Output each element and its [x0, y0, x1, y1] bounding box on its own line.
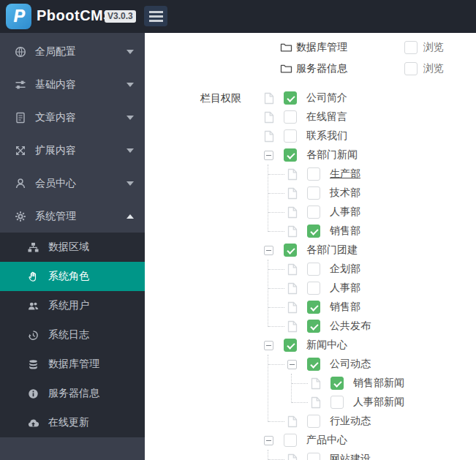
collapse-minus-icon[interactable]	[264, 436, 273, 445]
tree-checkbox[interactable]	[284, 91, 297, 105]
tree-checkbox[interactable]	[307, 453, 320, 460]
browse-checkbox[interactable]	[404, 62, 418, 75]
tree-node-label[interactable]: 产品中心	[306, 434, 347, 447]
file-icon	[264, 111, 274, 124]
submenu-item-label: 数据库管理	[48, 358, 99, 371]
tree-node-label[interactable]: 人事部	[330, 206, 360, 219]
tree-node: 联系我们	[263, 127, 404, 146]
sidebar-item-2[interactable]: 文章内容	[0, 101, 145, 134]
tree-checkbox[interactable]	[284, 244, 297, 257]
tree-node-label[interactable]: 销售部	[330, 301, 360, 314]
tree-node-label[interactable]: 各部门团建	[306, 244, 358, 257]
submenu-item-label: 在线更新	[48, 416, 89, 429]
sidebar-item-4[interactable]: 会员中心	[0, 167, 145, 200]
tree-node-row: 各部门新闻	[263, 146, 404, 165]
file-icon	[287, 225, 298, 238]
tree-node-row: 技术部	[287, 184, 404, 203]
tree-node-label[interactable]: 公共发布	[330, 320, 371, 333]
sidebar-item-0[interactable]: 全局配置	[0, 35, 145, 68]
tree-checkbox[interactable]	[307, 301, 320, 314]
tree-checkbox[interactable]	[307, 320, 320, 333]
tree-children: 销售部新闻人事部新闻	[291, 374, 404, 412]
tree-checkbox[interactable]	[307, 415, 320, 428]
sidebar-item-label: 基础内容	[35, 78, 126, 91]
tree-checkbox[interactable]	[307, 225, 320, 238]
tree-node-label[interactable]: 公司动态	[330, 358, 371, 371]
tree-node-label[interactable]: 企划部	[330, 263, 360, 276]
tree-node-label[interactable]: 公司简介	[306, 91, 347, 105]
sidebar-item-label: 系统管理	[35, 210, 126, 223]
file-icon	[287, 453, 298, 460]
permission-row-label: 数据库管理	[296, 41, 347, 54]
tree-checkbox[interactable]	[307, 263, 320, 276]
sidebar-subitem-6[interactable]: 在线更新	[0, 408, 145, 437]
sidebar-subitem-4[interactable]: 数据库管理	[0, 350, 145, 379]
sidebar-item-3[interactable]: 扩展内容	[0, 134, 145, 167]
tree-node-label[interactable]: 网站建设	[330, 453, 371, 460]
tree-node-label[interactable]: 销售部新闻	[353, 377, 404, 390]
tree-checkbox[interactable]	[284, 148, 297, 162]
tree-node-row: 新闻中心	[263, 336, 404, 355]
tree-checkbox[interactable]	[307, 358, 320, 371]
tree-node-label[interactable]: 人事部	[330, 282, 360, 295]
tree-node: 销售部	[287, 298, 404, 317]
version-badge: V3.0.3	[105, 10, 136, 23]
tree-node-label[interactable]: 销售部	[330, 225, 360, 238]
brand-title: PbootCMS	[37, 7, 113, 24]
sidebar-subitem-3[interactable]: 系统日志	[0, 320, 145, 350]
tree-node-label[interactable]: 生产部	[330, 167, 360, 181]
tree-node-label[interactable]: 技术部	[330, 186, 360, 200]
folder-icon	[280, 42, 292, 53]
tree-node-row: 产品中心	[263, 431, 404, 450]
cloud-upload-icon	[28, 417, 39, 429]
sidebar-subitem-2[interactable]: 系统用户	[0, 291, 145, 320]
sidebar-item-1[interactable]: 基础内容	[0, 68, 145, 101]
column-permission-tree: 公司简介在线留言联系我们各部门新闻生产部技术部人事部销售部各部门团建企划部人事部…	[263, 88, 404, 460]
tree-checkbox[interactable]	[307, 167, 320, 181]
globe-icon	[15, 46, 26, 58]
tree-node-label[interactable]: 新闻中心	[306, 339, 347, 352]
tree-node-row: 人事部	[287, 279, 404, 298]
tree-node-row: 企划部	[287, 260, 404, 279]
sidebar-subitem-0[interactable]: 数据区域	[0, 233, 145, 262]
tree-node-label[interactable]: 行业动态	[330, 415, 371, 428]
browse-checkbox[interactable]	[404, 41, 418, 54]
tree-checkbox[interactable]	[284, 129, 297, 143]
tree-children: 网站建设	[268, 450, 404, 460]
sidebar-subitem-5[interactable]: 服务器信息	[0, 379, 145, 408]
tree-node: 各部门新闻生产部技术部人事部销售部	[263, 146, 404, 241]
submenu-item-label: 系统角色	[48, 270, 89, 283]
tree-node-label[interactable]: 联系我们	[306, 129, 347, 143]
collapse-minus-icon[interactable]	[264, 246, 273, 255]
tree-node-label[interactable]: 在线留言	[306, 110, 347, 124]
submenu-item-label: 服务器信息	[48, 387, 99, 400]
tree-node: 人事部新闻	[310, 393, 404, 412]
tree-node-label[interactable]: 人事部新闻	[353, 396, 404, 409]
column-permission-label: 栏目权限	[145, 88, 241, 460]
tree-checkbox[interactable]	[307, 282, 320, 295]
tree-checkbox[interactable]	[330, 396, 344, 409]
tree-checkbox[interactable]	[330, 377, 344, 390]
gear-icon	[15, 211, 26, 222]
tree-node-label[interactable]: 各部门新闻	[306, 148, 358, 162]
sidebar-item-label: 扩展内容	[35, 144, 126, 157]
file-icon	[287, 187, 298, 200]
tree-checkbox[interactable]	[284, 434, 297, 447]
folder-icon	[280, 63, 292, 75]
tree-checkbox[interactable]	[307, 186, 320, 200]
browse-label: 浏览	[423, 62, 444, 75]
sidebar-item-5[interactable]: 系统管理	[0, 200, 145, 233]
collapse-minus-icon[interactable]	[264, 151, 273, 160]
hamburger-menu-icon[interactable]	[144, 6, 167, 26]
tree-checkbox[interactable]	[284, 339, 297, 352]
tree-node-row: 公司简介	[263, 88, 404, 108]
pbootcms-logo[interactable]: P	[6, 4, 31, 29]
collapse-minus-icon[interactable]	[264, 341, 273, 350]
history-icon	[28, 329, 39, 341]
tree-node-row: 销售部	[287, 298, 404, 317]
tree-checkbox[interactable]	[307, 206, 320, 219]
file-icon	[287, 263, 298, 276]
collapse-minus-icon[interactable]	[287, 360, 297, 369]
tree-checkbox[interactable]	[284, 110, 297, 124]
sidebar-subitem-1-active[interactable]: 系统角色	[0, 262, 145, 291]
